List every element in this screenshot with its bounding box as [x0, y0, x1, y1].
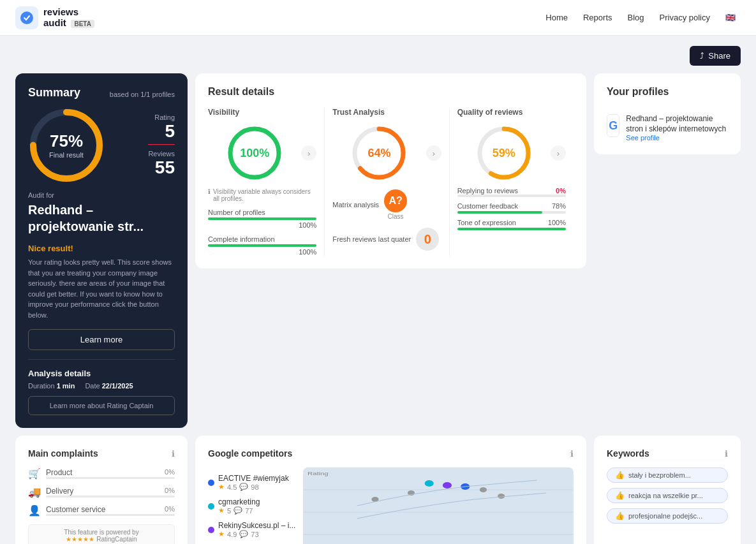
- comp-rating-2: 5: [227, 507, 231, 515]
- feedback-row: Customer feedback 78%: [457, 202, 566, 214]
- learn-more-button[interactable]: Learn more: [28, 329, 175, 350]
- product-label: Product: [46, 468, 165, 477]
- info-stat: Complete information 100%: [208, 235, 316, 256]
- summary-title: Summary: [28, 86, 80, 99]
- flag-icon[interactable]: 🇬🇧: [725, 13, 741, 23]
- visibility-next[interactable]: ›: [301, 145, 316, 161]
- duration-label: Duration: [28, 382, 55, 390]
- keyword-2: 👍 reakcja na wszelkie pr...: [607, 488, 728, 503]
- fresh-row: Fresh reviews last quater 0: [332, 228, 441, 251]
- visibility-percent: 100%: [240, 147, 269, 160]
- result-details-title: Result details: [208, 86, 574, 98]
- date-label: Date: [85, 382, 100, 390]
- competitor-2: cgmarketing ★ 5 💬 77: [208, 497, 295, 515]
- rating-row: 75% Final result Rating 5 Reviews 55: [28, 107, 175, 184]
- logo-audit: audit: [43, 17, 66, 28]
- logo-reviews: reviews: [43, 6, 78, 17]
- duration: Duration 1 min: [28, 382, 75, 390]
- profiles-panel: Your profiles G Redhand – projektowanie …: [594, 73, 741, 154]
- keyword-3: 👍 profesjonalne podejśc...: [607, 508, 728, 524]
- fresh-label: Fresh reviews last quater: [332, 235, 411, 243]
- keywords-info-icon: ℹ: [725, 449, 728, 459]
- comp-meta-1: ★ 4.5 💬 98: [218, 483, 289, 491]
- comp-reviews-1: 98: [251, 483, 258, 491]
- quality-percent: 59%: [493, 147, 515, 160]
- service-pct: 0%: [165, 505, 175, 514]
- duration-value: 1 min: [57, 382, 75, 390]
- trust-next[interactable]: ›: [426, 145, 441, 161]
- matrix-label: Matrix analysis: [332, 201, 379, 209]
- svg-point-0: [20, 11, 33, 24]
- complaint-service: 👤 Customer service 0%: [28, 504, 175, 517]
- profiles-label: Number of profiles: [208, 209, 316, 216]
- based-on: based on 1/1 profiles: [110, 91, 175, 98]
- final-label: Final result: [49, 151, 84, 159]
- visibility-note-text: Visibility variable always considers all…: [213, 188, 316, 202]
- thumb-icon-3: 👍: [615, 511, 625, 520]
- info-icon: ℹ: [208, 188, 211, 195]
- complaint-delivery: 🚚 Delivery 0%: [28, 486, 175, 498]
- thumb-icon-1: 👍: [615, 471, 625, 480]
- analysis-details: Analysis details Duration 1 min Date 22/…: [28, 359, 175, 415]
- nav-privacy[interactable]: Privacy policy: [660, 13, 710, 22]
- reply-row: Replying to reviews 0%: [457, 187, 566, 197]
- final-score-circle: 75% Final result: [28, 107, 105, 184]
- nav-blog[interactable]: Blog: [628, 13, 644, 22]
- comp-meta-3: ★ 4.9 💬 73: [218, 530, 295, 538]
- header: reviews audit BETA Home Reports Blog Pri…: [0, 0, 756, 36]
- svg-point-16: [425, 480, 434, 487]
- competitor-3: RekinySukcesu.pl – i... ★ 4.9 💬 73: [208, 521, 295, 538]
- info-label: Complete information: [208, 235, 316, 243]
- keywords-title: Keywords: [607, 448, 649, 459]
- rating-captain-button[interactable]: Learn more about Rating Captain: [28, 396, 175, 415]
- comp-reviews-2: 77: [245, 507, 253, 515]
- reply-val: 0%: [556, 187, 566, 195]
- competitors-title: Google competitors: [208, 448, 292, 459]
- complaints-title: Main complaints: [28, 448, 98, 459]
- trust-gauge: 64%: [350, 124, 408, 182]
- profiles-title: Your profiles: [607, 86, 728, 98]
- keywords-header: Keywords ℹ: [607, 448, 728, 459]
- summary-panel: Summary based on 1/1 profiles 75% Final …: [15, 73, 188, 428]
- powered-text: This feature is powered by: [35, 529, 168, 536]
- competitor-list: EACTIVE #wiemyjak ★ 4.5 💬 98 c: [208, 474, 295, 544]
- service-icon: 👤: [28, 504, 41, 517]
- audit-name: Redhand – projektowanie str...: [28, 202, 175, 235]
- quality-gauge: 59%: [475, 124, 533, 182]
- nav-home[interactable]: Home: [545, 13, 568, 22]
- bottom-row: Main complaints ℹ 🛒 Product 0% 🚚 Deli: [15, 436, 741, 544]
- result-details-panel: Result details Visibility 100% ›: [195, 73, 586, 268]
- profiles-stat: Number of profiles 100%: [208, 209, 316, 229]
- logo-text: reviews audit BETA: [43, 7, 94, 28]
- see-profile-link[interactable]: See profile: [626, 134, 728, 142]
- powered-name: RatingCaptain: [96, 536, 137, 543]
- delivery-pct: 0%: [165, 487, 175, 496]
- powered-stars: ★★★★★: [66, 536, 94, 543]
- comp-reviews-3: 73: [251, 531, 258, 538]
- share-label: Share: [708, 51, 730, 61]
- reviews-label: Reviews: [148, 150, 175, 158]
- beta-badge: BETA: [71, 20, 94, 28]
- date-value: 22/1/2025: [102, 382, 133, 390]
- service-label: Customer service: [46, 505, 165, 514]
- quality-next[interactable]: ›: [551, 145, 566, 161]
- circle-text: 75% Final result: [49, 131, 84, 159]
- nav-reports[interactable]: Reports: [583, 13, 612, 22]
- svg-point-19: [480, 487, 487, 492]
- complaints-info-icon: ℹ: [172, 449, 175, 459]
- svg-point-17: [443, 482, 452, 489]
- reviews-value: 55: [148, 158, 175, 178]
- keyword-label-1: stały i bezproblem...: [628, 471, 691, 479]
- quality-title: Quality of reviews: [457, 108, 566, 117]
- feedback-val: 78%: [552, 202, 566, 211]
- share-button[interactable]: ⤴ Share: [690, 46, 741, 66]
- comp-row-inner: EACTIVE #wiemyjak ★ 4.5 💬 98 c: [208, 467, 574, 544]
- dot-blue: [208, 480, 214, 486]
- visibility-col: Visibility 100% › ℹ Visibil: [208, 108, 325, 256]
- complaints-panel: Main complaints ℹ 🛒 Product 0% 🚚 Deli: [15, 436, 188, 544]
- keyword-1: 👍 stały i bezproblem...: [607, 467, 728, 483]
- logo-icon: [15, 6, 38, 29]
- visibility-title: Visibility: [208, 108, 316, 117]
- powered-by: This feature is powered by ★★★★★ RatingC…: [28, 524, 175, 544]
- competitors-info-icon: ℹ: [570, 449, 574, 459]
